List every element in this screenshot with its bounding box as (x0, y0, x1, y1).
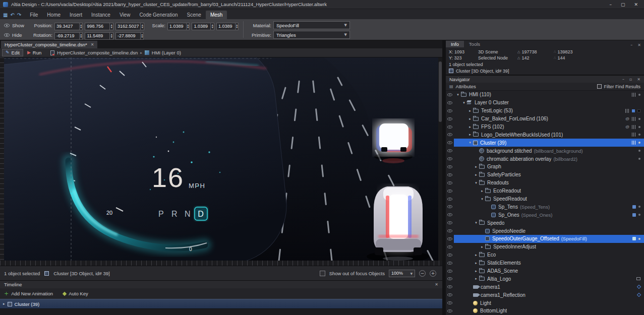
tree-item[interactable]: ▾Cluster (39) (446, 139, 644, 147)
expand-arrow-icon[interactable]: ▾ (455, 93, 460, 97)
filter-checkbox[interactable] (597, 84, 602, 89)
tree-item[interactable]: SpeedoNeedle (446, 227, 644, 235)
position-spinner-1[interactable]: ▲▼ (109, 23, 112, 30)
edit-button[interactable]: ✎Edit (2, 49, 23, 56)
auto-key-toggle[interactable]: Auto Key (63, 291, 88, 296)
panel-float-icon[interactable]: ▫ (629, 77, 632, 82)
tree-item[interactable]: ▾Layer 0 Cluster (446, 99, 644, 107)
scale-spinner-2[interactable]: ▲▼ (235, 23, 238, 30)
rotation-spinner-0[interactable]: ▲▼ (79, 33, 82, 39)
panel-splitter[interactable] (442, 40, 446, 315)
tree-item[interactable]: ▸StaticElements (446, 259, 644, 267)
panel-close-icon[interactable]: ✕ (637, 43, 641, 47)
position-field-1[interactable]: 998.756▲▼ (85, 23, 113, 30)
visibility-eye-icon[interactable] (446, 91, 454, 99)
tree-item[interactable]: ▸FPS (102) (446, 123, 644, 131)
panel-close-icon[interactable]: ✕ (637, 77, 640, 82)
expand-arrow-icon[interactable]: ▾ (467, 141, 473, 145)
expand-arrow-icon[interactable]: ▸ (467, 117, 473, 121)
position-value-2[interactable]: 3162.5027 (116, 23, 141, 30)
canvas-vertical-scrollbar[interactable] (438, 57, 442, 261)
run-button[interactable]: ▶Run (24, 49, 44, 56)
scale-value-1[interactable]: 1.0389 (192, 23, 210, 30)
expand-arrow-icon[interactable]: ▸ (3, 302, 5, 306)
cluster-scene[interactable]: 20 0 16 MPH P R N (4, 57, 438, 261)
tree-item[interactable]: ▸Logo_DeleteWhenBuckIsUsed (101) (446, 131, 644, 139)
visibility-eye-icon[interactable] (446, 243, 454, 251)
position-field-2[interactable]: 3162.5027▲▼ (115, 23, 144, 30)
expand-arrow-icon[interactable]: ▸ (467, 125, 473, 129)
visibility-eye-icon[interactable] (446, 115, 454, 123)
document-tab[interactable]: HyperCluster_composite_timeline.dsn*✕ (1, 41, 97, 48)
tree-item[interactable]: ▸ADAS_Scene (446, 267, 644, 275)
rotation-field-0[interactable]: -69.2719▲▼ (54, 32, 83, 40)
minimize-button[interactable]: – (609, 2, 612, 7)
breadcrumb-layer[interactable]: HMI (Layer 0) (152, 50, 181, 55)
tree-item[interactable]: ▸Graph (446, 163, 644, 171)
expand-arrow-icon[interactable]: ▸ (474, 165, 479, 169)
tree-item[interactable]: Sp_Tens(Speed_Tens) (446, 203, 644, 211)
show-button[interactable]: Show (4, 21, 24, 30)
expand-arrow-icon[interactable]: ▾ (474, 181, 479, 185)
position-field-0[interactable]: 39.3427▲▼ (54, 23, 83, 30)
rotation-spinner-2[interactable]: ▲▼ (140, 33, 143, 39)
visibility-eye-icon[interactable] (446, 163, 454, 171)
scale-field-0[interactable]: 1.0389▲▼ (167, 23, 190, 30)
tree-item[interactable]: Sp_Ones(Speed_Ones) (446, 211, 644, 219)
undo-icon[interactable]: ↶ (10, 13, 14, 18)
tree-item[interactable]: chromatic abberation overlay(billboard2) (446, 155, 644, 163)
expand-arrow-icon[interactable]: ▸ (467, 109, 473, 113)
menu-tab-mesh[interactable]: Mesh (206, 11, 227, 19)
expand-arrow-icon[interactable]: ▾ (474, 221, 479, 225)
expand-arrow-icon[interactable]: ▾ (480, 197, 485, 201)
expand-arrow-icon[interactable]: ▸ (474, 269, 479, 273)
app-menu-icon[interactable]: ▦ (3, 13, 8, 18)
scale-spinner-1[interactable]: ▲▼ (210, 23, 213, 30)
tree-item[interactable]: camera1_Reflection (446, 291, 644, 299)
rotation-field-1[interactable]: 11.5489▲▼ (85, 32, 113, 40)
panel-minimize-icon[interactable]: – (630, 43, 632, 47)
3d-viewport[interactable]: 20 0 16 MPH P R N (0, 57, 442, 261)
visibility-eye-icon[interactable] (446, 283, 454, 291)
expand-arrow-icon[interactable]: ▸ (474, 173, 479, 177)
close-timeline-icon[interactable]: ✕ (435, 282, 438, 287)
zoom-in-button[interactable]: + (430, 270, 436, 277)
visibility-eye-icon[interactable] (446, 131, 454, 139)
visibility-eye-icon[interactable] (446, 291, 454, 299)
zoom-out-button[interactable]: − (419, 270, 426, 277)
visibility-eye-icon[interactable] (446, 267, 454, 275)
tree-item[interactable]: ▾SpeedReadout (446, 195, 644, 203)
rotation-field-2[interactable]: -27.8809▲▼ (115, 32, 144, 40)
tree-item[interactable]: ▸Altia_Logo (446, 275, 644, 283)
rotation-spinner-1[interactable]: ▲▼ (109, 33, 112, 39)
tree-item[interactable]: BottomLight (446, 307, 644, 315)
scale-field-2[interactable]: 1.0389▲▼ (216, 23, 239, 30)
rotation-value-1[interactable]: 11.5489 (85, 33, 109, 39)
expand-arrow-icon[interactable]: ▾ (461, 101, 466, 105)
expand-arrow-icon[interactable]: ▸ (474, 261, 479, 265)
visibility-eye-icon[interactable] (446, 219, 454, 227)
expand-arrow-icon[interactable]: ▸ (474, 277, 479, 281)
expand-arrow-icon[interactable]: ▸ (467, 133, 473, 137)
close-tab-icon[interactable]: ✕ (91, 42, 94, 47)
tree-item[interactable]: ▸TestLogic (53) (446, 107, 644, 115)
menu-tab-file[interactable]: File (25, 11, 42, 19)
visibility-eye-icon[interactable] (446, 299, 454, 307)
tab-tools[interactable]: Tools (464, 41, 485, 47)
scale-value-2[interactable]: 1.0389 (217, 23, 235, 30)
position-spinner-2[interactable]: ▲▼ (140, 23, 143, 30)
redo-icon[interactable]: ↷ (17, 13, 21, 18)
rotation-value-2[interactable]: -27.8809 (116, 33, 140, 39)
filter-find-results[interactable]: Filter Find Results (597, 84, 640, 89)
breadcrumb-file[interactable]: HyperCluster_composite_timeline.dsn (57, 50, 138, 55)
position-spinner-0[interactable]: ▲▼ (79, 23, 82, 30)
visibility-eye-icon[interactable] (446, 123, 454, 131)
visibility-eye-icon[interactable] (446, 211, 454, 219)
position-value-1[interactable]: 998.756 (85, 23, 109, 30)
menu-tab-code-generation[interactable]: Code Generation (135, 11, 182, 19)
scale-spinner-0[interactable]: ▲▼ (186, 23, 189, 30)
tree-item[interactable]: SpeedoOuterGauge_Offseted(SpeedoFill) (446, 235, 644, 243)
visibility-eye-icon[interactable] (446, 147, 454, 155)
rotation-value-0[interactable]: -69.2719 (55, 33, 79, 39)
panel-minimize-icon[interactable]: – (622, 77, 624, 82)
